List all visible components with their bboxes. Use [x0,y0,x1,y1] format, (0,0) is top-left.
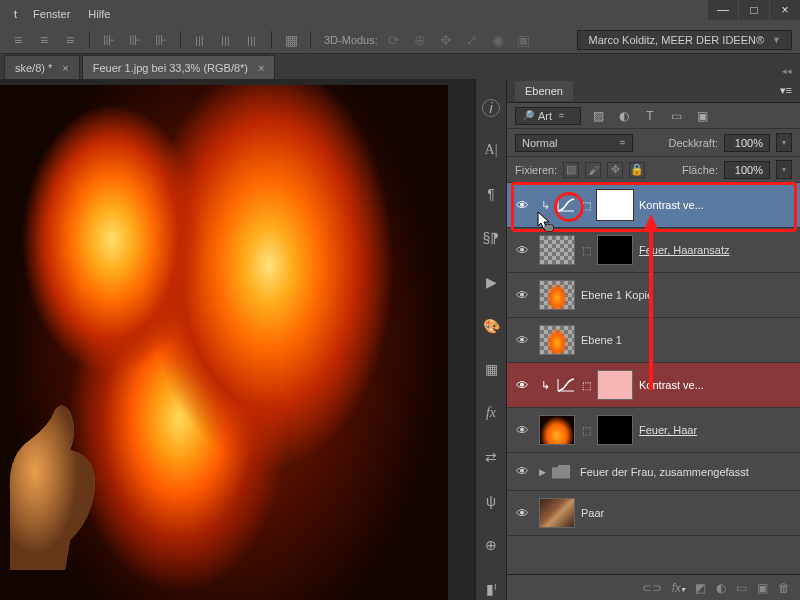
color-panel-icon[interactable]: 🎨 [480,315,502,337]
layer-group-row[interactable]: 👁 ▶ Feuer der Frau, zusammengefasst [507,453,800,491]
opacity-input[interactable]: 100% [724,134,770,152]
3d-icon[interactable]: ⟳ [384,30,404,50]
filter-adjustment-icon[interactable]: ◐ [615,108,633,124]
navigator-panel-icon[interactable]: ▶ [480,271,502,293]
align-icon[interactable]: ≡ [8,30,28,50]
layer-mask-thumbnail[interactable] [597,415,633,445]
canvas-area[interactable] [0,79,475,600]
layer-name[interactable]: Feuer, Haar [639,424,796,436]
blend-mode-dropdown[interactable]: Normal ≑ [515,134,633,152]
layer-mask-thumbnail[interactable] [597,190,633,220]
document-tab[interactable]: Feuer 1.jpg bei 33,3% (RGB/8*) × [82,55,276,80]
link-icon[interactable]: ⬚ [581,380,591,391]
visibility-toggle[interactable]: 👁 [511,239,533,261]
visibility-toggle[interactable]: 👁 [511,194,533,216]
close-icon[interactable]: × [258,62,264,74]
close-icon[interactable]: × [62,62,68,74]
layer-row[interactable]: 👁 Paar [507,491,800,536]
swatches-panel-icon[interactable]: ▦ [480,359,502,381]
new-group-icon[interactable]: ▭ [736,581,747,595]
new-layer-icon[interactable]: ▣ [757,581,768,595]
layer-thumbnail[interactable] [539,325,575,355]
distribute-icon[interactable]: ⊪ [151,30,171,50]
layer-row[interactable]: 👁 ⬚ Feuer, Haaransatz [507,228,800,273]
3d-icon[interactable]: ✥ [436,30,456,50]
filter-smart-icon[interactable]: ▣ [693,108,711,124]
menu-item-truncated[interactable]: t [10,6,21,22]
align-icon[interactable]: ≡ [34,30,54,50]
layer-name[interactable]: Paar [581,507,796,519]
layer-thumbnail[interactable] [539,280,575,310]
layer-name[interactable]: Kontrast ve... [639,379,796,391]
layer-fx-icon[interactable]: fx▾ [672,581,685,595]
visibility-toggle[interactable]: 👁 [511,284,533,306]
3d-icon[interactable]: ▣ [514,30,534,50]
maximize-button[interactable]: □ [739,0,769,20]
clone-panel-icon[interactable]: ⊕ [480,534,502,556]
histogram-panel-icon[interactable]: ▮ᴵ [480,578,502,600]
visibility-toggle[interactable]: 👁 [511,419,533,441]
layer-row[interactable]: 👁 Ebene 1 [507,318,800,363]
disclosure-triangle-icon[interactable]: ▶ [539,467,546,477]
fill-input[interactable]: 100% [724,161,770,179]
adjustments-panel-icon[interactable]: ⇄ [480,446,502,468]
layer-row[interactable]: 👁 Ebene 1 Kopie [507,273,800,318]
info-panel-icon[interactable]: i [482,99,500,117]
fill-flyout[interactable]: ▾ [776,160,792,179]
3d-icon[interactable]: ◉ [488,30,508,50]
add-mask-icon[interactable]: ◩ [695,581,706,595]
align-icon[interactable]: ≡ [60,30,80,50]
user-account-dropdown[interactable]: Marco Kolditz, MEER DER IDEEN® ▼ [577,30,792,50]
link-icon[interactable]: ⬚ [581,245,591,256]
character-panel-icon[interactable]: A| [480,139,502,161]
layer-name[interactable]: Ebene 1 [581,334,796,346]
close-button[interactable]: × [770,0,800,20]
document-tab[interactable]: ske/8) * × [4,55,80,80]
layer-mask-thumbnail[interactable] [597,370,633,400]
distribute-icon[interactable]: ⊪ [99,30,119,50]
layer-row[interactable]: 👁 ⬚ Feuer, Haar [507,408,800,453]
delete-layer-icon[interactable]: 🗑 [778,581,790,595]
layer-thumbnail[interactable] [539,498,575,528]
visibility-toggle[interactable]: 👁 [511,502,533,524]
visibility-toggle[interactable]: 👁 [511,461,533,483]
distribute-icon[interactable]: ⊪ [125,30,145,50]
3d-icon[interactable]: ⊕ [410,30,430,50]
lock-position-icon[interactable]: ✥ [607,162,623,178]
auto-align-icon[interactable]: ▦ [281,30,301,50]
lock-pixels-icon[interactable]: 🖌 [585,162,601,178]
layer-name[interactable]: Feuer, Haaransatz [639,244,796,256]
layer-thumbnail[interactable] [539,235,575,265]
layer-row[interactable]: 👁 ↳ ⬚ Kontrast ve... [507,183,800,228]
layer-thumbnail[interactable] [539,415,575,445]
layer-name[interactable]: Feuer der Frau, zusammengefasst [580,466,796,478]
new-adjustment-icon[interactable]: ◐ [716,581,726,595]
styles-panel-icon[interactable]: §⁋ [480,227,502,249]
distribute-icon[interactable]: ⫼ [190,30,210,50]
panel-menu[interactable]: ▾≡ [780,84,792,97]
filter-type-dropdown[interactable]: 🔎 Art ≑ [515,107,581,125]
lock-all-icon[interactable]: 🔒 [629,162,645,178]
layer-name[interactable]: Kontrast ve... [639,199,796,211]
opacity-flyout[interactable]: ▾ [776,133,792,152]
collapse-icon[interactable]: ◂◂ [782,66,792,76]
visibility-toggle[interactable]: 👁 [511,374,533,396]
filter-type-icon[interactable]: T [641,108,659,124]
link-icon[interactable]: ⬚ [581,200,591,211]
menu-hilfe[interactable]: Hilfe [82,6,116,22]
layer-name[interactable]: Ebene 1 Kopie [581,289,796,301]
filter-shape-icon[interactable]: ▭ [667,108,685,124]
brush-panel-icon[interactable]: ψ [480,490,502,512]
filter-pixel-icon[interactable]: ▨ [589,108,607,124]
panel-tab-ebenen[interactable]: Ebenen [515,81,573,101]
visibility-toggle[interactable]: 👁 [511,329,533,351]
layer-mask-thumbnail[interactable] [597,235,633,265]
menu-fenster[interactable]: Fenster [27,6,76,22]
styles-panel-icon[interactable]: fx [480,402,502,424]
distribute-icon[interactable]: ⫼ [216,30,236,50]
link-icon[interactable]: ⬚ [581,425,591,436]
minimize-button[interactable]: — [708,0,738,20]
distribute-icon[interactable]: ⫼ [242,30,262,50]
paragraph-panel-icon[interactable]: ¶ [480,183,502,205]
layer-row[interactable]: 👁 ↳ ⬚ Kontrast ve... [507,363,800,408]
